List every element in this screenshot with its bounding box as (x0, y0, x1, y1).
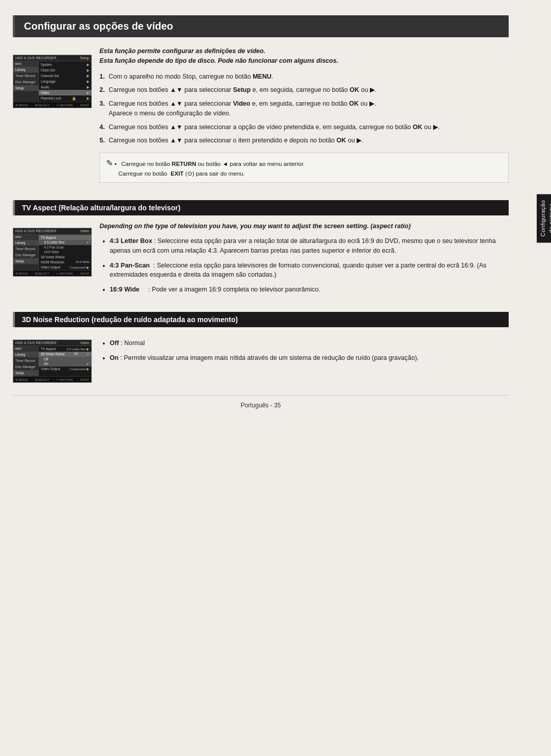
note-exit: Carregue no botão EXIT (⊙) para sair do … (118, 170, 245, 177)
section2-screenshot-area: HDD & DVD RECORDER Video HDD Library Tim… (13, 222, 99, 300)
menu1-right-audio: Audio▶ (39, 84, 91, 90)
section1-layout: HDD & DVD RECORDER Setup HDD Library Tim… (13, 46, 509, 188)
menu1-header: HDD & DVD RECORDER Setup (13, 55, 91, 61)
menu3-header-left: HDD & DVD RECORDER (15, 341, 57, 345)
section2-layout: HDD & DVD RECORDER Video HDD Library Tim… (13, 222, 509, 300)
menu3-left-timer: Timer Record (13, 358, 38, 364)
menu1-right: System▶ Clock Set▶ Channel Set▶ Language… (39, 61, 91, 102)
section1: Configurar as opções de vídeo HDD & DVD … (13, 15, 509, 188)
section2-intro-bold: Depending on the type of television you … (99, 223, 411, 230)
menu3-right: TV Aspect4:S Letter Box ▶ 3D Noise Reduc… (39, 346, 91, 376)
menu3-left-setup: Setup (13, 370, 38, 376)
menu2-left: HDD Library Timer Record Disc Manager Se… (13, 234, 39, 270)
menu1-right-system: System▶ (39, 62, 91, 67)
section1-intro-line1: Esta função permite configurar as defini… (99, 47, 265, 55)
menu3-left: HDD Library Timer Record Disc Manager Se… (13, 346, 39, 376)
step-5: 5. Carregue nos botões ▲▼ para seleccion… (99, 136, 509, 145)
sidebar-tab-text1: Configuração (540, 200, 546, 236)
menu2-tv-aspect: TV Aspect (39, 235, 91, 240)
section1-intro-line2: Esta função depende do tipo de disco. Po… (99, 57, 338, 64)
menu3-tv-aspect: TV Aspect4:S Letter Box ▶ (39, 347, 91, 352)
menu3-header: HDD & DVD RECORDER Video (13, 340, 91, 346)
menu2-left-setup: Setup (13, 258, 38, 264)
section2: TV Aspect (Relação altura/largura do tel… (13, 200, 509, 300)
page-container: Configuração do sistema Configurar as op… (0, 0, 551, 756)
menu1-right-video: Video▶ (39, 90, 91, 95)
menu3-left-library: Library (13, 352, 38, 358)
menu1-right-language: Language▶ (39, 79, 91, 84)
footer-text: Português - 35 (241, 402, 281, 409)
menu2-header-right: Video (80, 229, 89, 233)
menu2-sub-panscan: 4:3 Pan-Scan (39, 245, 91, 250)
menu2-header: HDD & DVD RECORDER Video (13, 228, 91, 234)
menu-screenshot-3: HDD & DVD RECORDER Video HDD Library Tim… (13, 339, 92, 383)
menu2-right: TV Aspect 4:3 Letter Box✓ 4:3 Pan-Scan 1… (39, 234, 91, 270)
menu2-footer: ⊕ MOVE⊗SELECT↩ RETURN⊝EXIT (13, 270, 91, 276)
menu1-right-channel: Channel Set▶ (39, 73, 91, 79)
section3-layout: HDD & DVD RECORDER Video HDD Library Tim… (13, 333, 509, 383)
menu3-header-right: Video (80, 341, 89, 345)
menu3-left-disc: Disc Manager (13, 364, 38, 370)
menu1-footer: ⊕ MOVE⊗SELECT↩ RETURN⊝EXIT (13, 102, 91, 108)
menu3-footer: ⊕ MOVE⊗SELECT↩ RETURN⊝EXIT (13, 376, 91, 382)
step-1: 1. Com o aparelho no modo Stop, carregue… (99, 72, 509, 82)
menu1-body: HDD Library Timer Record Disc Manager Se… (13, 61, 91, 102)
section1-intro: Esta função permite configurar as defini… (99, 46, 509, 66)
menu2-left-disc: Disc Manager (13, 252, 38, 258)
menu2-video-out: Video Output: Component ▶ (39, 264, 91, 270)
note-box: ✎ ▪ Carregue no botão RETURN ou botão ◄ … (99, 153, 509, 183)
menu2-left-timer: Timer Record (13, 246, 38, 252)
note-return: Carregue no botão RETURN ou botão ◄ para… (121, 161, 305, 167)
bullet-on: On : Permite visualizar uma imagem mais … (99, 353, 509, 363)
bullet-panscan: 4:3 Pan-Scan : Seleccione esta opção par… (99, 261, 509, 280)
menu1-right-parental: Parental Lock🔒▶ (39, 95, 91, 101)
menu3-body: HDD Library Timer Record Disc Manager Se… (13, 346, 91, 376)
section1-steps: 1. Com o aparelho no modo Stop, carregue… (99, 72, 509, 146)
menu3-video-out: Video Output: Component ▶ (39, 367, 91, 372)
page-footer: Português - 35 (13, 395, 509, 415)
menu2-sub-wide: 16:9 Wide (39, 250, 91, 254)
note-icon: ✎ (106, 159, 113, 167)
section3-bullets: Off : Normal On : Permite visualizar uma… (99, 338, 509, 363)
sidebar-tab-text2: do sistema (548, 204, 551, 233)
menu1-left-hdd: HDD (13, 61, 38, 67)
menu3-noise-off: Off (39, 357, 91, 361)
menu1-left: HDD Library Timer Record Disc Manager Se… (13, 61, 39, 102)
menu3-noise-on: On✓ (39, 361, 91, 367)
menu3-left-hdd: HDD (13, 346, 38, 352)
section1-title: Configurar as opções de vídeo (13, 15, 509, 37)
section3: 3D Noise Reduction (redução de ruído ada… (13, 312, 509, 383)
menu3-noise: 3D Noise ReducOff✓ (39, 352, 91, 357)
bullet-letterbox: 4:3 Letter Box : Seleccione esta opção p… (99, 236, 509, 256)
bullet-off: Off : Normal (99, 338, 509, 348)
step-3: 3. Carregue nos botões ▲▼ para seleccion… (99, 99, 509, 118)
menu2-noise: 3D Noise Reduc (39, 254, 91, 259)
section3-screenshot-area: HDD & DVD RECORDER Video HDD Library Tim… (13, 333, 99, 383)
menu2-hdmi: HDMI Resolutio16:9 Wide (39, 259, 91, 264)
section2-intro: Depending on the type of television you … (99, 222, 509, 231)
menu1-header-right: Setup (80, 56, 89, 60)
section2-title: TV Aspect (Relação altura/largura do tel… (13, 200, 509, 215)
menu2-header-left: HDD & DVD RECORDER (15, 229, 57, 233)
menu-screenshot-1: HDD & DVD RECORDER Setup HDD Library Tim… (13, 55, 92, 108)
menu1-left-setup: Setup (13, 85, 38, 91)
menu1-header-left: HDD & DVD RECORDER (15, 56, 57, 60)
bullet-wide: 16:9 Wide : Pode ver a imagem 16:9 compl… (99, 285, 509, 295)
section3-title: 3D Noise Reduction (redução de ruído ada… (13, 312, 509, 327)
menu1-left-disc: Disc Manager (13, 79, 38, 85)
menu1-left-library: Library (13, 67, 38, 73)
section1-text: Esta função permite configurar as defini… (99, 46, 509, 188)
section2-bullets: 4:3 Letter Box : Seleccione esta opção p… (99, 236, 509, 295)
menu1-left-timer: Timer Record (13, 73, 38, 79)
menu2-left-library: Library (13, 240, 38, 246)
step-2: 2. Carregue nos botões ▲▼ para seleccion… (99, 85, 509, 95)
menu1-right-clock: Clock Set▶ (39, 67, 91, 73)
section1-screenshot-area: HDD & DVD RECORDER Setup HDD Library Tim… (13, 46, 99, 188)
menu2-body: HDD Library Timer Record Disc Manager Se… (13, 234, 91, 270)
step-4: 4. Carregue nos botões ▲▼ para seleccion… (99, 123, 509, 132)
section3-text: Off : Normal On : Permite visualizar uma… (99, 333, 509, 383)
sidebar-tab: Configuração do sistema (537, 194, 551, 242)
menu2-left-hdd: HDD (13, 234, 38, 240)
menu-screenshot-2: HDD & DVD RECORDER Video HDD Library Tim… (13, 228, 92, 277)
section2-text: Depending on the type of television you … (99, 222, 509, 300)
